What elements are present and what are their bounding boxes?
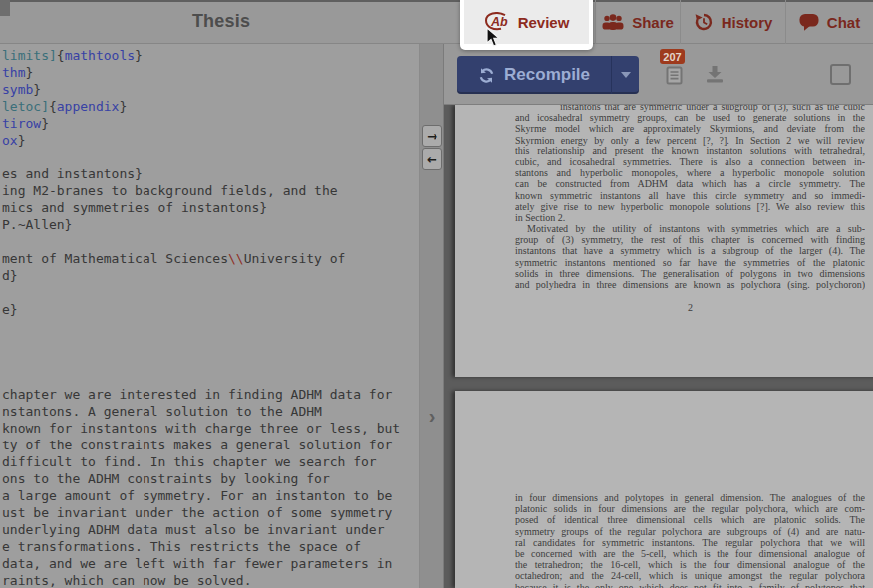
pdf-preview-pane: Recompile 207 <box>444 44 873 588</box>
code-line[interactable] <box>2 148 419 165</box>
pdf-viewport[interactable]: instantons that are symmetric under a su… <box>444 105 873 588</box>
code-line[interactable]: tirow} <box>2 115 419 132</box>
code-line[interactable]: ty of the constraints makes a general so… <box>2 437 419 453</box>
review-button[interactable]: Ab Review <box>464 0 589 44</box>
square-outline-icon[interactable] <box>830 64 851 85</box>
pdf-text-line: posed of identical three dimensional cel… <box>515 514 865 525</box>
code-line[interactable]: symb} <box>2 81 419 98</box>
pdf-text-line: be concerned with are the 5-cell, which … <box>515 548 865 559</box>
pdf-text-line: Skyrmion energy by only a few percent [?… <box>515 135 865 146</box>
pdf-page-3-text: in four dimensions and polytopes in gene… <box>515 492 865 588</box>
code-line[interactable]: ment of Mathematical Sciences\\Universit… <box>2 250 419 267</box>
page-number: 2 <box>515 302 865 313</box>
code-line[interactable]: nstantons. A general solution to the ADH… <box>2 403 419 420</box>
logs-count-badge: 207 <box>660 49 685 64</box>
code-line[interactable]: letoc]{appendix} <box>2 98 419 115</box>
caret-down-icon <box>621 72 631 78</box>
code-line[interactable]: ox} <box>2 132 419 148</box>
code-line[interactable] <box>2 335 419 352</box>
overleaf-editor-window: Thesis Share History <box>0 0 873 588</box>
pdf-text-line: platonic solids in four dimensions are t… <box>515 503 865 514</box>
refresh-icon <box>478 67 495 84</box>
arrow-left-icon: ← <box>427 152 437 167</box>
speech-bubble-icon <box>799 13 819 31</box>
download-pdf-button[interactable] <box>705 66 725 84</box>
pdf-text-line: instantons that are symmetric under a su… <box>515 105 865 112</box>
pdf-text-line: ately give rise to new hyperbolic monopo… <box>515 201 865 212</box>
sync-code-to-pdf-button[interactable]: → <box>422 125 442 147</box>
recompile-button-group: Recompile <box>457 56 639 94</box>
chevron-right-icon: › <box>429 405 436 428</box>
clock-undo-icon <box>694 12 714 32</box>
pdf-text-line: solids in three dimensions. The generali… <box>515 268 865 279</box>
download-icon <box>705 66 725 83</box>
collapse-pane-chevron[interactable]: › <box>423 403 440 429</box>
code-line[interactable] <box>2 369 419 386</box>
code-line[interactable]: known for instantons with charge three o… <box>2 420 419 437</box>
chat-label: Chat <box>827 14 860 31</box>
chat-button[interactable]: Chat <box>785 0 873 44</box>
pdf-text-line: ral candidates for symmetric instantons.… <box>515 537 865 548</box>
code-line[interactable]: d} <box>2 267 419 284</box>
code-line[interactable]: chapter we are interested in finding ADH… <box>2 386 419 403</box>
pane-divider[interactable]: → ← › <box>420 44 444 588</box>
recompile-button[interactable]: Recompile <box>457 56 611 94</box>
latex-code: limits]{mathtools}thm}symb}letoc]{append… <box>0 44 419 588</box>
pdf-text-line: group of (3) symmetry, the rest of this … <box>515 234 865 245</box>
history-button[interactable]: History <box>680 0 785 44</box>
sync-pdf-to-code-button[interactable]: ← <box>422 148 442 170</box>
pdf-text-line: octahedron; and the 24-cell, which is un… <box>515 570 865 581</box>
code-line[interactable]: thm} <box>2 64 419 81</box>
code-line[interactable]: mics and symmetries of instantons} <box>2 199 419 216</box>
code-line[interactable]: limits]{mathtools} <box>2 47 419 64</box>
pdf-toolbar: Recompile 207 <box>444 44 873 105</box>
recompile-label: Recompile <box>504 65 590 85</box>
pdf-text-line: known symmetric instantons all have this… <box>515 190 865 201</box>
code-line[interactable]: ust be invariant under the action of som… <box>2 504 419 521</box>
pdf-text-line: cubic, and icosahedral symmetries. There… <box>515 156 865 167</box>
pdf-page-2-text: instantons that are symmetric under a su… <box>515 105 865 290</box>
pdf-text-line: in Section 2. <box>515 212 865 223</box>
pdf-text-line: because it is the only one which does no… <box>515 582 865 588</box>
pdf-page-3[interactable]: in four dimensions and polytopes in gene… <box>455 391 873 588</box>
code-line[interactable] <box>2 352 419 369</box>
logs-button[interactable] <box>664 66 686 86</box>
code-line[interactable]: raints, which can now be solved. <box>2 572 419 588</box>
pdf-text-line: can be constructed from ADHM data which … <box>515 178 865 189</box>
pdf-text-line: and polyhedra in three dimensions are kn… <box>515 279 865 290</box>
review-spotlight-highlight: Ab Review <box>460 0 593 50</box>
history-label: History <box>722 14 773 31</box>
code-line[interactable]: underlying ADHM data must also be invari… <box>2 521 419 538</box>
mouse-cursor-pointer <box>486 27 501 48</box>
code-line[interactable] <box>2 233 419 250</box>
share-button[interactable]: Share <box>595 0 680 44</box>
recompile-options-dropdown[interactable] <box>611 56 639 94</box>
review-label: Review <box>518 14 570 31</box>
pdf-page-2[interactable]: instantons that are symmetric under a su… <box>455 105 873 377</box>
code-line[interactable]: P.~Allen} <box>2 216 419 233</box>
pdf-text-line: symmetric instantons mentioned so far ha… <box>515 257 865 268</box>
code-line[interactable]: data, and we are left with far fewer par… <box>2 555 419 572</box>
code-line[interactable]: ons to the ADHM constraints by looking f… <box>2 470 419 487</box>
pdf-text-line: the tetrahedron; the 16-cell, which is t… <box>515 559 865 570</box>
code-line[interactable]: e} <box>2 301 419 318</box>
pdf-text-line: symmetry groups of the regular polychora… <box>515 526 865 537</box>
code-line[interactable]: a large amount of symmetry. For an insta… <box>2 487 419 504</box>
project-title: Thesis <box>0 11 442 32</box>
code-line[interactable]: difficult to find. In this chapter we se… <box>2 453 419 470</box>
pdf-text-line: in four dimensions and polytopes in gene… <box>515 492 865 503</box>
arrow-right-icon: → <box>427 129 437 144</box>
pdf-text-line: Skyrme model which are approximately Sky… <box>515 123 865 134</box>
source-editor-pane[interactable]: limits]{mathtools}thm}symb}letoc]{append… <box>0 44 420 588</box>
pdf-text-line: and icosahedral symmetry groups, can be … <box>515 112 865 123</box>
code-line[interactable]: e transformations. This restricts the sp… <box>2 538 419 555</box>
code-line[interactable] <box>2 318 419 335</box>
share-label: Share <box>632 14 674 31</box>
code-line[interactable]: es and instantons} <box>2 165 419 182</box>
pdf-text-line: Motivated by the utility of instantons w… <box>515 223 865 234</box>
top-toolbar: Thesis Share History <box>0 0 873 44</box>
document-lines-icon <box>664 66 686 85</box>
code-line[interactable]: ing M2-branes to background fields, and … <box>2 182 419 199</box>
pdf-text-line: this relationship and present the known … <box>515 146 865 156</box>
code-line[interactable] <box>2 284 419 301</box>
